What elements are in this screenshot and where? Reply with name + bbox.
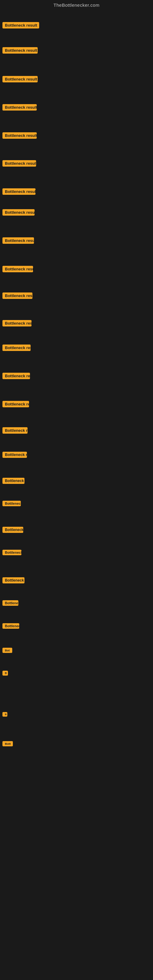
bottleneck-item-18: Bottleneck r <box>0 476 27 487</box>
bottleneck-item-8: Bottleneck result <box>0 207 37 219</box>
bottleneck-badge-19: Bottlenec <box>2 501 21 506</box>
bottleneck-badge-17: Bottleneck result <box>2 452 27 458</box>
bottleneck-item-22: Bottleneck res <box>0 576 27 587</box>
bottleneck-badge-13: Bottleneck result <box>2 345 30 351</box>
bottleneck-item-2: Bottleneck result <box>0 45 40 57</box>
bottleneck-item-19: Bottlenec <box>0 499 23 509</box>
bottleneck-badge-8: Bottleneck result <box>2 209 35 216</box>
bottleneck-badge-6: Bottleneck result <box>2 160 36 167</box>
bottleneck-item-7: Bottleneck result <box>0 186 38 198</box>
bottleneck-item-1: Bottleneck result <box>0 20 41 32</box>
bottleneck-badge-3: Bottleneck result <box>2 76 38 83</box>
bottleneck-item-10: Bottleneck result <box>0 264 35 275</box>
bottleneck-badge-7: Bottleneck result <box>2 188 35 195</box>
bottleneck-item-15: Bottleneck result <box>0 399 32 410</box>
bottleneck-badge-25: Bot <box>2 648 12 653</box>
bottleneck-badge-14: Bottleneck result <box>2 373 30 379</box>
bottleneck-item-14: Bottleneck result <box>0 371 32 382</box>
bottleneck-item-25: Bot <box>0 646 15 656</box>
site-title: TheBottlenecker.com <box>0 0 153 9</box>
bottleneck-item-21: Bottleneck <box>0 548 24 558</box>
bottleneck-badge-18: Bottleneck r <box>2 478 24 484</box>
bottleneck-badge-4: Bottleneck result <box>2 104 37 111</box>
bottleneck-item-6: Bottleneck result <box>0 158 38 170</box>
bottleneck-badge-28: Bott <box>2 741 13 746</box>
bottleneck-badge-15: Bottleneck result <box>2 401 29 407</box>
bottleneck-badge-24: Bottleneck <box>2 623 19 629</box>
bottleneck-badge-27: B <box>2 712 7 717</box>
bottleneck-item-13: Bottleneck result <box>0 343 33 354</box>
bottleneck-badge-10: Bottleneck result <box>2 266 33 272</box>
bottleneck-badge-9: Bottleneck result <box>2 237 34 244</box>
bottleneck-badge-26: B <box>2 671 8 676</box>
bottleneck-item-5: Bottleneck result <box>0 130 39 142</box>
bottleneck-badge-2: Bottleneck result <box>2 47 38 54</box>
bottleneck-item-28: Bott <box>0 739 15 749</box>
bottleneck-badge-22: Bottleneck res <box>2 577 24 584</box>
bottleneck-item-12: Bottleneck result <box>0 318 34 329</box>
bottleneck-item-9: Bottleneck result <box>0 235 37 247</box>
bottleneck-badge-16: Bottleneck re <box>2 427 27 434</box>
bottleneck-item-20: Bottleneck n <box>0 525 26 536</box>
bottleneck-item-17: Bottleneck result <box>0 450 29 461</box>
bottleneck-badge-21: Bottleneck <box>2 550 21 555</box>
bottleneck-badge-20: Bottleneck n <box>2 527 23 533</box>
bottleneck-item-23: Bottlene <box>0 598 21 609</box>
bottleneck-item-24: Bottleneck <box>0 621 22 632</box>
bottleneck-badge-1: Bottleneck result <box>2 22 39 29</box>
bottleneck-item-27: B <box>0 710 10 720</box>
bottleneck-item-16: Bottleneck re <box>0 425 30 437</box>
bottleneck-item-4: Bottleneck result <box>0 102 39 114</box>
bottleneck-item-26: B <box>0 669 10 679</box>
bottleneck-item-11: Bottleneck result <box>0 291 35 302</box>
bottleneck-badge-11: Bottleneck result <box>2 293 32 299</box>
bottleneck-badge-5: Bottleneck result <box>2 132 37 139</box>
bottleneck-badge-12: Bottleneck result <box>2 320 32 326</box>
bottleneck-badge-23: Bottlene <box>2 600 18 606</box>
bottleneck-item-3: Bottleneck result <box>0 74 40 86</box>
